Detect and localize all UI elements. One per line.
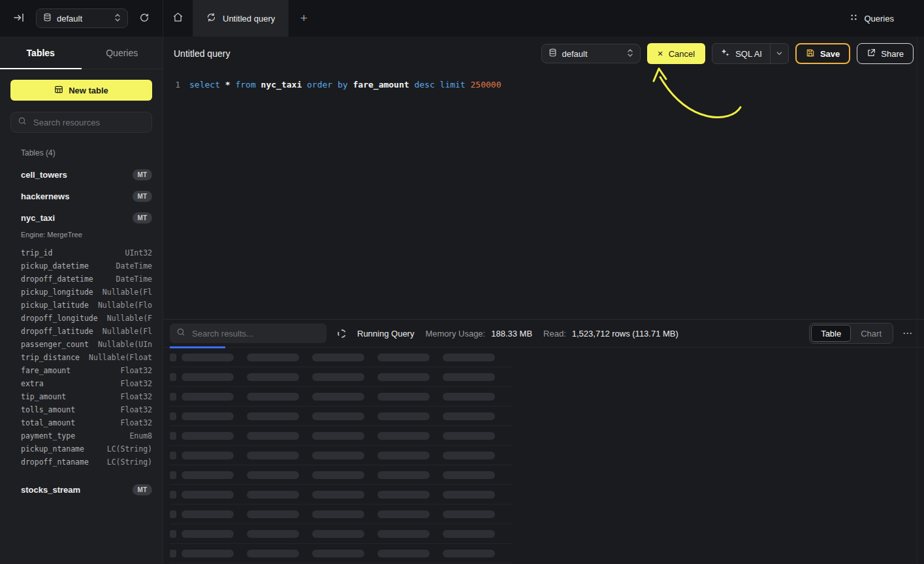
tab-title: Untitled query	[223, 14, 275, 24]
column-type: Nullable(Fl	[103, 286, 152, 299]
topbar-left: default	[0, 0, 163, 37]
skeleton-cell	[170, 354, 176, 361]
column-name: pickup_ntaname	[21, 442, 84, 456]
sql-editor[interactable]: 1 select * from nyc_taxi order by fare_a…	[163, 71, 924, 319]
skeleton-cell	[443, 491, 495, 499]
table-item[interactable]: stocks_streamMT	[21, 479, 152, 501]
column-row: pickup_longitudeNullable(Fl	[21, 286, 152, 299]
sql-token: desc limit	[414, 80, 470, 90]
sql-ai-dropdown-button[interactable]	[771, 44, 788, 63]
table-name: hackernews	[21, 191, 69, 201]
new-table-button-label: New table	[69, 86, 108, 95]
skeleton-row	[170, 485, 512, 505]
table-name: stocks_stream	[21, 485, 80, 495]
queries-button[interactable]: Queries	[846, 12, 898, 24]
new-table-button[interactable]: New table	[10, 80, 152, 101]
home-button[interactable]	[163, 0, 193, 37]
column-row: tip_amountFloat32	[21, 390, 152, 403]
cancel-button-label: Cancel	[669, 49, 695, 59]
engine-badge: MT	[133, 212, 152, 224]
column-type: Float32	[121, 403, 152, 416]
sql-token: order by	[307, 80, 353, 90]
database-selector[interactable]: default	[36, 8, 128, 28]
sql-ai-main[interactable]: SQL AI	[712, 44, 770, 63]
skeleton-cell	[443, 471, 495, 479]
column-name: tolls_amount	[21, 403, 75, 416]
new-tab-button[interactable]: +	[289, 0, 319, 37]
collapse-sidebar-button[interactable]	[10, 9, 27, 28]
skeleton-cell	[312, 354, 364, 361]
skeleton-cell	[170, 452, 176, 459]
skeleton-cell	[312, 510, 364, 518]
sql-code: select * from nyc_taxi order by fare_amo…	[189, 78, 501, 91]
skeleton-cell	[443, 354, 495, 361]
read-stats: Read: 1,523,712 rows (113.71 MB)	[543, 329, 678, 339]
skeleton-cell	[247, 373, 299, 381]
view-toggle-table[interactable]: Table	[811, 325, 851, 342]
skeleton-cell	[377, 491, 430, 499]
sql-token: 250000	[471, 80, 502, 90]
loading-spinner-icon	[338, 329, 346, 338]
skeleton-cell	[182, 373, 234, 381]
table-item[interactable]: nyc_taxiMT	[21, 207, 152, 229]
view-toggle-chart[interactable]: Chart	[851, 325, 891, 342]
share-button[interactable]: Share	[857, 43, 914, 64]
content: Tables Queries New table Tables (4) cell…	[0, 37, 924, 564]
column-name: dropoff_latitude	[21, 325, 93, 338]
skeleton-cell	[182, 412, 234, 420]
skeleton-cell	[312, 550, 364, 557]
column-type: Float32	[121, 390, 152, 403]
column-row: pickup_ntanameLC(String)	[21, 442, 152, 456]
column-name: extra	[21, 377, 44, 390]
column-name: payment_type	[21, 429, 75, 442]
topbar-right: Queries	[846, 0, 924, 37]
column-type: DateTime	[116, 273, 152, 286]
table-item[interactable]: hackernewsMT	[21, 186, 152, 207]
skeleton-cell	[312, 432, 364, 440]
skeleton-cell	[170, 491, 176, 499]
table-engine-label: Engine: MergeTree	[21, 231, 152, 239]
scrollbar-gutter[interactable]	[917, 37, 924, 564]
share-button-label: Share	[881, 49, 904, 59]
engine-badge: MT	[133, 169, 152, 180]
skeleton-cell	[312, 530, 364, 538]
skeleton-cell	[182, 393, 234, 401]
sidebar-tab-queries[interactable]: Queries	[82, 37, 163, 69]
table-item[interactable]: cell_towersMT	[21, 164, 152, 186]
tab-strip: Untitled query + Queries	[163, 0, 924, 37]
tab-untitled-query[interactable]: Untitled query	[193, 0, 289, 37]
resource-search[interactable]	[10, 112, 152, 133]
column-row: pickup_datetimeDateTime	[21, 259, 152, 273]
skeleton-cell	[182, 354, 234, 361]
results-search[interactable]	[170, 323, 327, 343]
sidebar: Tables Queries New table Tables (4) cell…	[0, 37, 163, 564]
column-row: dropoff_ntanameLC(String)	[21, 456, 152, 469]
skeleton-row	[170, 524, 512, 544]
sidebar-tab-tables[interactable]: Tables	[0, 37, 82, 69]
collapse-sidebar-icon	[13, 12, 25, 25]
column-row: pickup_latitudeNullable(Flo	[21, 299, 152, 312]
results-search-input[interactable]	[191, 328, 320, 339]
column-type: UInt32	[125, 246, 152, 259]
skeleton-cell	[312, 471, 364, 479]
skeleton-cell	[182, 550, 234, 557]
skeleton-cell	[377, 550, 430, 557]
sql-token: from	[235, 80, 261, 90]
cancel-button[interactable]: ✕ Cancel	[647, 43, 706, 64]
resource-search-input[interactable]	[32, 117, 145, 128]
skeleton-row	[170, 367, 512, 387]
sql-ai-button[interactable]: SQL AI	[712, 43, 789, 64]
share-icon	[867, 48, 876, 59]
skeleton-cell	[312, 452, 364, 459]
column-type: Nullable(Flo	[98, 299, 152, 312]
save-button[interactable]: Save	[795, 43, 850, 64]
skeleton-cell	[170, 471, 176, 479]
header-database-selector[interactable]: default	[541, 44, 641, 63]
overflow-menu-button[interactable]: ⋯	[900, 326, 915, 340]
skeleton-row	[170, 348, 512, 367]
queries-icon	[850, 13, 858, 24]
skeleton-cell	[247, 550, 299, 557]
refresh-button[interactable]	[136, 10, 152, 27]
skeleton-cell	[312, 491, 364, 499]
queries-button-label: Queries	[864, 14, 894, 24]
